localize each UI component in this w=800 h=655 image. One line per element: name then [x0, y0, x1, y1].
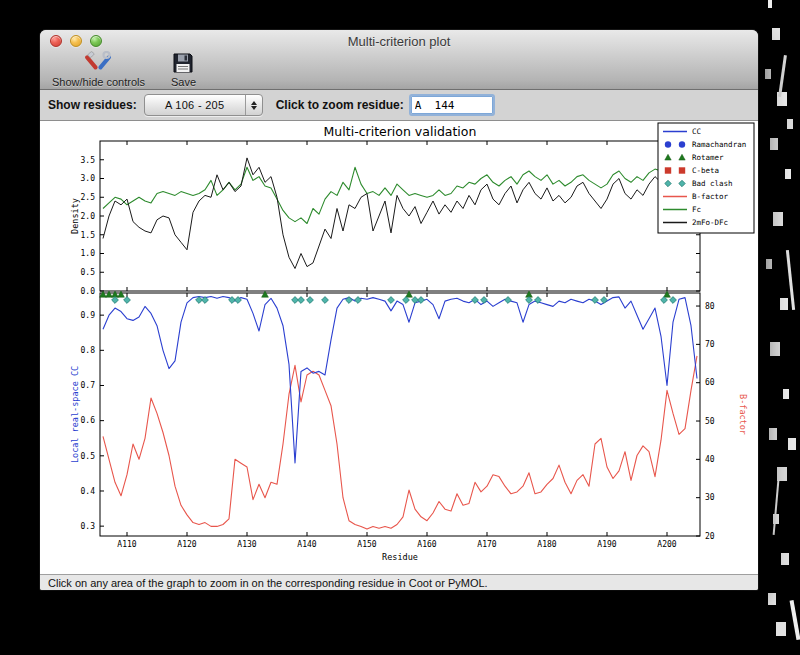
- floppy-disk-icon: [172, 51, 194, 75]
- residue-range-value: A 106 - 205: [145, 99, 245, 111]
- legend-label: Ramachandran: [692, 140, 746, 149]
- bad-clash-marker[interactable]: [388, 297, 395, 304]
- c-beta-legend-marker[interactable]: [679, 167, 685, 173]
- status-bar: Click on any area of the graph to zoom i…: [40, 574, 758, 590]
- x-axis-label: Residue: [382, 552, 418, 562]
- show-hide-controls-label: Show/hide controls: [52, 76, 145, 88]
- rotamer-marker[interactable]: [664, 291, 671, 297]
- bad-clash-marker[interactable]: [505, 297, 512, 304]
- figure-title: Multi-criterion validation: [324, 124, 477, 139]
- bad-clash-marker[interactable]: [661, 297, 668, 304]
- rotamer-marker[interactable]: [118, 291, 125, 297]
- bad-clash-marker[interactable]: [418, 297, 425, 304]
- show-hide-controls-button[interactable]: Show/hide controls: [52, 51, 145, 88]
- stepper-arrows-icon: [245, 95, 262, 115]
- bad-clash-marker[interactable]: [403, 297, 410, 304]
- ramachandran-legend-marker[interactable]: [679, 141, 685, 147]
- c-beta-legend-marker[interactable]: [665, 167, 671, 173]
- bfactor-axis-label: B-factor: [738, 394, 748, 435]
- cc-axis-label: Local real-space CC: [70, 366, 80, 463]
- background-artifact: [786, 250, 795, 310]
- legend-label: Rotamer: [692, 153, 724, 162]
- legend-label: 2mFo-DFc: [692, 218, 728, 227]
- density-tick-label: 1.0: [81, 249, 96, 258]
- background-artifact: [768, 0, 772, 8]
- bad-clash-marker[interactable]: [481, 297, 488, 304]
- x-tick-label: A110: [117, 540, 136, 549]
- density-tick-label: 0.5: [81, 268, 96, 277]
- title-bar[interactable]: Multi-criterion plot: [40, 30, 758, 52]
- twomfo-dfc-line[interactable]: [103, 158, 697, 269]
- density-tick-label: 3.5: [81, 156, 96, 165]
- cc-line[interactable]: [103, 297, 697, 463]
- x-tick-label: A160: [417, 540, 436, 549]
- cc-tick-label: 0.6: [81, 416, 96, 425]
- plot-area: Multi-criterion validationA110A120A130A1…: [40, 121, 758, 574]
- bfactor-tick-label: 50: [705, 417, 715, 426]
- zoom-residue-input[interactable]: [411, 96, 493, 114]
- rotamer-marker[interactable]: [100, 291, 107, 297]
- bfactor-tick-label: 70: [705, 340, 715, 349]
- residue-range-select[interactable]: A 106 - 205: [144, 94, 263, 116]
- legend-label: Bad clash: [692, 179, 733, 188]
- cc-tick-label: 0.8: [81, 346, 96, 355]
- bottom-panel-frame: [100, 293, 700, 536]
- density-tick-label: 2.5: [81, 193, 96, 202]
- multi-criterion-figure[interactable]: Multi-criterion validationA110A120A130A1…: [40, 121, 758, 574]
- top-panel-frame: [100, 141, 700, 291]
- x-tick-label: A170: [477, 540, 496, 549]
- background-artifact: [790, 600, 800, 640]
- bad-clash-marker[interactable]: [307, 297, 314, 304]
- bad-clash-marker[interactable]: [526, 297, 533, 304]
- bad-clash-marker[interactable]: [322, 297, 329, 304]
- density-tick-label: 2.0: [81, 212, 96, 221]
- bad-clash-marker[interactable]: [355, 297, 362, 304]
- cc-tick-label: 0.5: [81, 452, 96, 461]
- x-tick-label: A120: [177, 540, 196, 549]
- bfactor-tick-label: 60: [705, 378, 715, 387]
- cc-tick-label: 0.9: [81, 311, 96, 320]
- background-artifact: [773, 480, 780, 535]
- bad-clash-marker[interactable]: [601, 297, 608, 304]
- rotamer-marker[interactable]: [106, 291, 113, 297]
- x-tick-label: A180: [537, 540, 556, 549]
- rotamer-marker[interactable]: [262, 291, 269, 297]
- density-tick-label: 1.5: [81, 231, 96, 240]
- bad-clash-marker[interactable]: [112, 297, 119, 304]
- density-axis-label: Density: [70, 198, 80, 234]
- cc-tick-label: 0.4: [81, 487, 96, 496]
- window-title: Multi-criterion plot: [40, 34, 758, 49]
- window-chrome: Multi-criterion plot Show/hide controls: [40, 30, 758, 90]
- legend-label: C-beta: [692, 166, 719, 175]
- zoom-residue-label: Click to zoom residue:: [276, 98, 404, 112]
- tools-icon: [85, 51, 111, 75]
- save-label: Save: [171, 76, 196, 88]
- bad-clash-marker[interactable]: [346, 297, 353, 304]
- background-artifact: [778, 55, 787, 97]
- x-tick-label: A140: [297, 540, 316, 549]
- bad-clash-marker[interactable]: [124, 297, 131, 304]
- bfactor-tick-label: 20: [705, 532, 715, 541]
- legend-label: CC: [692, 127, 701, 136]
- bfactor-line[interactable]: [103, 356, 697, 529]
- bad-clash-marker[interactable]: [670, 297, 677, 304]
- status-text: Click on any area of the graph to zoom i…: [48, 577, 488, 589]
- bad-clash-marker[interactable]: [298, 297, 305, 304]
- controls-bar: Show residues: A 106 - 205 Click to zoom…: [40, 90, 758, 121]
- show-residues-label: Show residues:: [48, 98, 137, 112]
- x-tick-label: A150: [357, 540, 376, 549]
- save-button[interactable]: Save: [171, 51, 196, 88]
- cc-tick-label: 0.3: [81, 522, 96, 531]
- rotamer-marker[interactable]: [406, 291, 413, 297]
- x-tick-label: A200: [657, 540, 676, 549]
- bfactor-tick-label: 80: [705, 302, 715, 311]
- ramachandran-legend-marker[interactable]: [665, 141, 671, 147]
- app-window: Multi-criterion plot Show/hide controls: [40, 30, 758, 590]
- x-tick-label: A190: [597, 540, 616, 549]
- density-tick-label: 0.0: [81, 287, 96, 296]
- legend-label: Fc: [692, 205, 701, 214]
- legend-label: B-factor: [692, 192, 729, 201]
- bad-clash-marker[interactable]: [472, 297, 479, 304]
- cc-tick-label: 0.7: [81, 381, 96, 390]
- bfactor-tick-label: 30: [705, 493, 715, 502]
